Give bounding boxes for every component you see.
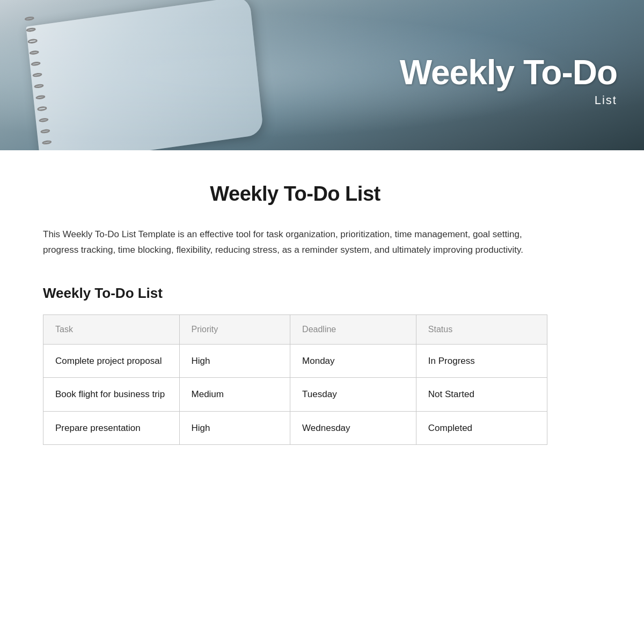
notebook-decoration bbox=[26, 0, 264, 150]
hero-banner: Weekly To-Do List bbox=[0, 0, 644, 150]
cell-status-0: In Progress bbox=[416, 344, 547, 378]
cell-priority-1: Medium bbox=[179, 378, 290, 412]
cell-deadline-2: Wednesday bbox=[290, 411, 416, 445]
cell-priority-0: High bbox=[179, 344, 290, 378]
table-row: Prepare presentationHighWednesdayComplet… bbox=[43, 411, 547, 445]
table-header-row: Task Priority Deadline Status bbox=[43, 314, 547, 344]
hero-text: Weekly To-Do List bbox=[400, 43, 644, 107]
hero-subtitle: List bbox=[400, 93, 617, 107]
header-priority: Priority bbox=[179, 314, 290, 344]
cell-deadline-1: Tuesday bbox=[290, 378, 416, 412]
hero-title: Weekly To-Do bbox=[400, 54, 617, 91]
header-deadline: Deadline bbox=[290, 314, 416, 344]
cell-task-0: Complete project proposal bbox=[43, 344, 180, 378]
header-status: Status bbox=[416, 314, 547, 344]
table-row: Complete project proposalHighMondayIn Pr… bbox=[43, 344, 547, 378]
cell-status-1: Not Started bbox=[416, 378, 547, 412]
cell-task-2: Prepare presentation bbox=[43, 411, 180, 445]
main-content: Weekly To-Do List This Weekly To-Do List… bbox=[0, 150, 590, 488]
header-task: Task bbox=[43, 314, 180, 344]
section-title: Weekly To-Do List bbox=[43, 285, 547, 302]
todo-table: Task Priority Deadline Status Complete p… bbox=[43, 314, 547, 445]
cell-status-2: Completed bbox=[416, 411, 547, 445]
page-description: This Weekly To-Do List Template is an ef… bbox=[43, 227, 526, 258]
cell-priority-2: High bbox=[179, 411, 290, 445]
cell-task-1: Book flight for business trip bbox=[43, 378, 180, 412]
cell-deadline-0: Monday bbox=[290, 344, 416, 378]
table-row: Book flight for business tripMediumTuesd… bbox=[43, 378, 547, 412]
page-title: Weekly To-Do List bbox=[43, 182, 547, 206]
